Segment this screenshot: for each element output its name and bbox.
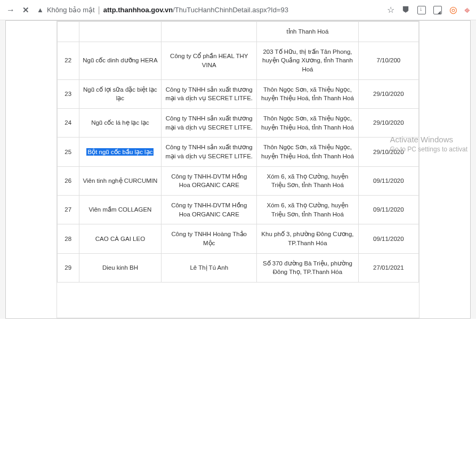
cell-company: Công ty TNHH sản xuất thương mại và dịch… [162,109,257,138]
cell-company [162,22,257,42]
page-content: tỉnh Thanh Hoá 22 Ngũ cốc dinh dưỡng HER… [0,20,476,319]
extension-orange-icon[interactable]: ◎ [449,4,457,15]
cell-stt: 25 [58,138,79,166]
browser-address-bar: → ✕ ▲ Không bảo mật | attp.thanhhoa.gov.… [0,0,476,20]
cell-date: 7/10/200 [358,42,418,79]
table-row: tỉnh Thanh Hoá [58,22,419,42]
cell-name: Bột ngũ cốc bầu lạc lạc [79,138,162,166]
cell-addr: Thôn Ngọc Sơn, xã Thiệu Ngọc, huyện Thiệ… [257,138,359,166]
watermark-subtitle: Go to PC settings to activat [390,145,467,154]
table-row: 28 CAO CÀ GAI LEO Công ty TNHH Hoàng Thả… [58,224,419,253]
extension-red-icon[interactable]: ⎆ [465,5,470,14]
cell-company: Công ty Cổ phần HEAL THY VINA [162,42,257,79]
page-document: tỉnh Thanh Hoá 22 Ngũ cốc dinh dưỡng HER… [5,20,471,319]
cell-addr: Số 370 đường Bà Triệu, phường Đông Thọ, … [257,253,359,282]
cell-date: 09/11/2020 [358,196,418,224]
cell-company: Công ty TNHH-DVTM Hồng Hoa ORGANIC CARE [162,196,257,224]
toolbar-right: ☆ ⛊ ◎ ⎆ [387,4,470,15]
table-row: 29 Dieu kinh BH Lê Thị Tú Anh Số 370 đườ… [58,253,419,282]
stop-close-icon[interactable]: ✕ [22,5,29,15]
cell-addr: Xóm 6, xã Thọ Cường, huyện Triệu Sơn, tỉ… [257,166,359,195]
cell-date: 29/10/2020 [358,109,418,138]
table-row: 23 Ngũ cố lợi sữa đặc biệt lạc lạc Công … [58,79,419,108]
cell-stt: 23 [58,79,79,108]
warning-icon: ▲ [37,6,44,14]
cell-name: Ngũ cố lợi sữa đặc biệt lạc lạc [79,79,162,108]
table-row: 27 Viên mầm COLLAGEN Công ty TNHH-DVTM H… [58,196,419,224]
cell-company: Công ty TNHH sản xuất thương mại và dịch… [162,138,257,166]
cell-name: Viên tinh nghệ CURCUMIN [79,166,162,195]
cell-stt: 24 [58,109,79,138]
bookmark-star-icon[interactable]: ☆ [387,5,394,15]
url-divider: | [98,5,100,15]
cell-addr: Thôn Ngọc Sơn, xã Thiệu Ngọc, huyện Thiệ… [257,79,359,108]
url-domain[interactable]: attp.thanhhoa.gov.vn [103,6,173,14]
table-row: 24 Ngũ cốc lá hẹ lạc lạc Công ty TNHH sả… [58,109,419,138]
download-icon[interactable] [417,6,426,14]
windows-activation-watermark: Activate Windows Go to PC settings to ac… [390,134,467,154]
cell-stt: 26 [58,166,79,195]
watermark-title: Activate Windows [390,134,467,145]
cell-name: CAO CÀ GAI LEO [79,224,162,253]
table-row: 26 Viên tinh nghệ CURCUMIN Công ty TNHH-… [58,166,419,195]
cell-date: 09/11/2020 [358,166,418,195]
cell-stt: 29 [58,253,79,282]
forward-arrow-icon[interactable]: → [6,5,15,15]
cell-stt: 28 [58,224,79,253]
insecure-label: Không bảo mật [47,6,95,14]
cell-addr: Khu phố 3, phường Đông Cương, TP.Thanh H… [257,224,359,253]
cell-name: Ngũ cốc lá hẹ lạc lạc [79,109,162,138]
cell-stt: 22 [58,42,79,79]
cell-addr: Thôn Ngọc Sơn, xã Thiệu Ngọc, huyện Thiệ… [257,109,359,138]
cell-company: Công ty TNHH-DVTM Hồng Hoa ORGANIC CARE [162,166,257,195]
cell-date: 29/10/2020 [358,79,418,108]
shield-icon[interactable]: ⛊ [402,5,410,14]
cell-name: Viên mầm COLLAGEN [79,196,162,224]
cell-name: Dieu kinh BH [79,253,162,282]
cell-date: 27/01/2021 [358,253,418,282]
cell-stt: 27 [58,196,79,224]
data-table: tỉnh Thanh Hoá 22 Ngũ cốc dinh dưỡng HER… [57,21,419,283]
cell-company: Công ty TNHH sản xuất thương mại và dịch… [162,79,257,108]
url-path[interactable]: /ThuTucHanhChinhDetail.aspx?Id=93 [173,6,288,14]
cell-date [358,22,418,42]
table-row: 25 Bột ngũ cốc bầu lạc lạc Công ty TNHH … [58,138,419,166]
cell-addr: tỉnh Thanh Hoá [257,22,359,42]
cell-name: Ngũ cốc dinh dưỡng HERA [79,42,162,79]
cell-addr: Xóm 6, xã Thọ Cường, huyện Triệu Sơn, tỉ… [257,196,359,224]
cell-addr: 203 Tố Hữu, thị trấn Tân Phong, huyện Qu… [257,42,359,79]
table-row: 22 Ngũ cốc dinh dưỡng HERA Công ty Cổ ph… [58,42,419,79]
cell-date: 09/11/2020 [358,224,418,253]
cell-name [79,22,162,42]
cell-stt [58,22,79,42]
image-icon[interactable] [433,6,442,14]
cell-company: Lê Thị Tú Anh [162,253,257,282]
content-frame: tỉnh Thanh Hoá 22 Ngũ cốc dinh dưỡng HER… [57,21,419,318]
cell-company: Công ty TNHH Hoàng Thảo Mộc [162,224,257,253]
